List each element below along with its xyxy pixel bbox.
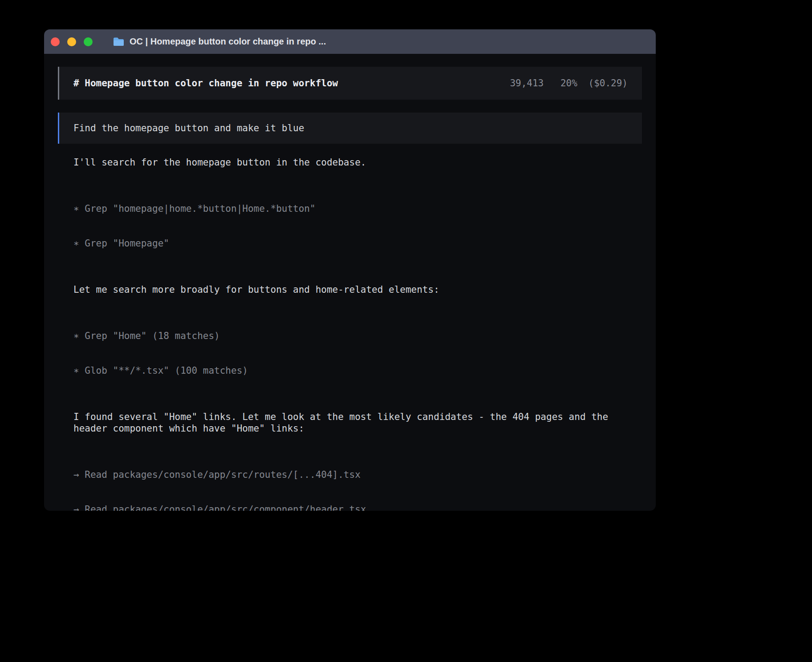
terminal-content: # Homepage button color change in repo w… [44, 54, 656, 511]
tool-call-group: ∗ Grep "Home" (18 matches) ∗ Glob "**/*.… [73, 307, 642, 400]
token-count: 39,413 [510, 78, 544, 89]
traffic-lights [51, 37, 100, 46]
titlebar[interactable]: OC | Homepage button color change in rep… [44, 29, 656, 54]
minimize-button[interactable] [67, 37, 76, 46]
tool-call-group: → Read packages/console/app/src/routes/[… [73, 446, 642, 511]
tool-call-grep: ∗ Grep "Homepage" [73, 238, 642, 249]
tool-call-glob: ∗ Glob "**/*.tsx" (100 matches) [73, 365, 642, 376]
session-title: # Homepage button color change in repo w… [73, 77, 338, 89]
close-button[interactable] [51, 37, 60, 46]
conversation-log: I'll search for the homepage button in t… [73, 157, 642, 511]
folder-icon [113, 36, 125, 47]
window-title: OC | Homepage button color change in rep… [130, 36, 326, 47]
zoom-button[interactable] [84, 37, 93, 46]
terminal-window: OC | Homepage button color change in rep… [44, 29, 656, 511]
assistant-text: I'll search for the homepage button in t… [73, 157, 642, 168]
tool-call-grep: ∗ Grep "homepage|home.*button|Home.*butt… [73, 203, 642, 214]
session-header: # Homepage button color change in repo w… [58, 67, 642, 100]
tool-call-read: → Read packages/console/app/src/componen… [73, 504, 642, 511]
tool-call-read: → Read packages/console/app/src/routes/[… [73, 469, 642, 480]
assistant-text: I found several "Home" links. Let me loo… [73, 411, 642, 434]
tool-call-grep: ∗ Grep "Home" (18 matches) [73, 330, 642, 342]
tool-call-group: ∗ Grep "homepage|home.*button|Home.*butt… [73, 180, 642, 272]
user-message: Find the homepage button and make it blu… [58, 113, 642, 144]
assistant-text: Let me search more broadly for buttons a… [73, 284, 642, 295]
session-cost: ($0.29) [588, 78, 628, 89]
session-stats: 39,413 20% ($0.29) [510, 77, 628, 89]
context-percent: 20% [560, 78, 577, 89]
user-message-text: Find the homepage button and make it blu… [73, 123, 304, 133]
